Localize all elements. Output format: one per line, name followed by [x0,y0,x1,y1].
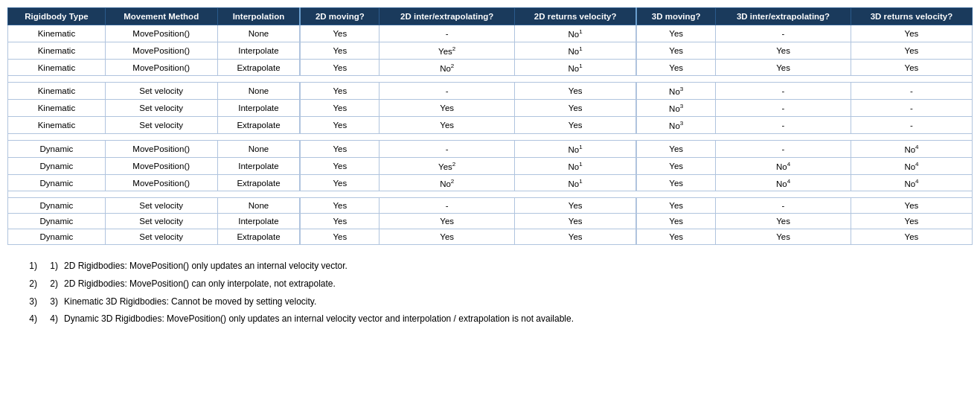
rigidbody-table: Rigidbody Type Movement Method Interpola… [7,7,973,245]
table-body: KinematicMovePosition()NoneYes-No1Yes-Ye… [8,25,973,245]
table-row: KinematicMovePosition()NoneYes-No1Yes-Ye… [8,25,973,42]
table-row: DynamicSet velocityNoneYes-YesYes-Yes [8,198,973,214]
table-spacer-row [8,191,973,198]
notes-section: 1)2D Rigidbodies: MovePosition() only up… [7,258,973,327]
table-row: KinematicMovePosition()InterpolateYesYes… [8,42,973,59]
table-row: KinematicSet velocityNoneYes-YesNo3-- [8,83,973,100]
note-number: 4) [43,311,58,328]
note-item: 1)2D Rigidbodies: MovePosition() only up… [22,258,973,275]
note-text: 2D Rigidbodies: MovePosition() only upda… [64,258,348,275]
table-row: DynamicMovePosition()InterpolateYesYes2N… [8,157,973,174]
table-header-row: Rigidbody Type Movement Method Interpola… [8,8,973,25]
col-3d-vel: 3D returns velocity? [851,8,972,25]
main-table-container: Rigidbody Type Movement Method Interpola… [7,7,973,245]
col-2d-moving: 2D moving? [300,8,379,25]
col-2d-vel: 2D returns velocity? [515,8,637,25]
table-row: KinematicMovePosition()ExtrapolateYesNo2… [8,59,973,76]
table-row: KinematicSet velocityInterpolateYesYesYe… [8,100,973,117]
note-item: 4)Dynamic 3D Rigidbodies: MovePosition()… [22,311,973,328]
notes-list: 1)2D Rigidbodies: MovePosition() only up… [22,258,973,327]
col-3d-interp: 3D inter/extrapolating? [716,8,851,25]
note-number: 2) [43,276,58,293]
col-2d-interp: 2D inter/extrapolating? [379,8,515,25]
table-spacer-row [8,76,973,83]
col-rigidbody-type: Rigidbody Type [8,8,106,25]
col-movement-method: Movement Method [105,8,217,25]
note-text: 2D Rigidbodies: MovePosition() can only … [64,276,336,293]
note-number: 1) [43,258,58,275]
note-number: 3) [43,294,58,310]
table-spacer-row [8,133,973,140]
table-row: DynamicMovePosition()NoneYes-No1Yes-No4 [8,140,973,157]
note-text: Kinematic 3D Rigidbodies: Cannot be move… [64,294,316,310]
note-item: 3)Kinematic 3D Rigidbodies: Cannot be mo… [22,294,973,310]
table-row: KinematicSet velocityExtrapolateYesYesYe… [8,117,973,134]
note-item: 2)2D Rigidbodies: MovePosition() can onl… [22,276,973,293]
col-3d-moving: 3D moving? [636,8,715,25]
col-interpolation: Interpolation [217,8,300,25]
table-row: DynamicMovePosition()ExtrapolateYesNo2No… [8,174,973,191]
note-text: Dynamic 3D Rigidbodies: MovePosition() o… [64,311,574,328]
table-row: DynamicSet velocityInterpolateYesYesYesY… [8,214,973,229]
table-row: DynamicSet velocityExtrapolateYesYesYesY… [8,229,973,245]
